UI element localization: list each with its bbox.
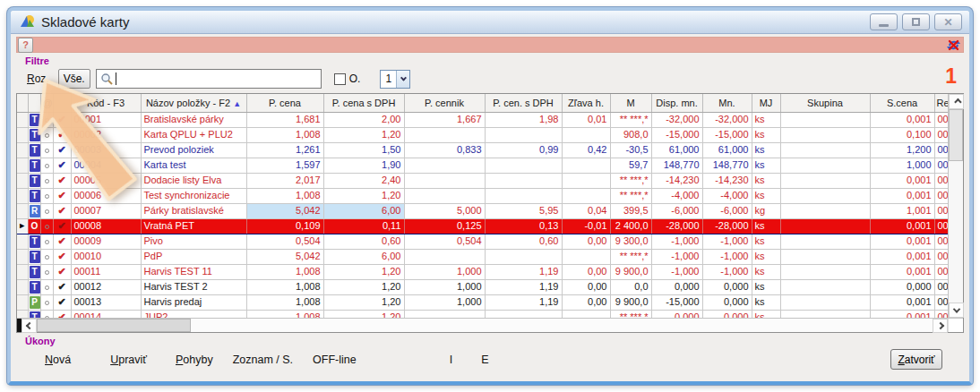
- cell-disp: -28,000: [651, 218, 702, 234]
- cell-zlava: [562, 127, 610, 142]
- cell-check: ✔: [53, 142, 71, 158]
- row-type-badge: T: [30, 311, 40, 319]
- vse-button[interactable]: Vše.: [58, 69, 90, 89]
- cell-p_cen_s_dph: 1,19: [485, 294, 562, 310]
- col-header-p-cena[interactable]: P. cena: [246, 94, 323, 112]
- cell-p_cen_s_dph: [485, 127, 562, 142]
- step-indicator: 1: [945, 64, 957, 89]
- col-header-disp[interactable]: Disp. mn.: [651, 94, 702, 112]
- col-header-m[interactable]: M: [610, 94, 651, 112]
- horizontal-scroll-track[interactable]: [191, 319, 933, 332]
- pohyby-button[interactable]: Pohyby: [174, 354, 215, 366]
- scroll-up-button[interactable]: [949, 94, 964, 109]
- combobox-arrow-icon[interactable]: [396, 71, 409, 88]
- zoznam-button[interactable]: Zoznam / S.: [231, 354, 295, 366]
- maximize-button[interactable]: [902, 13, 930, 30]
- cell-p_cennik: 0,504: [404, 234, 485, 249]
- table-row[interactable]: T✔00003Prevod poloziek1,2611,500,8330,99…: [17, 142, 948, 158]
- col-header-badge[interactable]: [28, 94, 40, 112]
- table-row[interactable]: P✔00013Harvis predaj1,0081,201,0001,190,…: [17, 294, 948, 310]
- table-viewport: @ Kód - F3 Názov položky - F2 ▲ P. cena …: [17, 94, 948, 318]
- nova-button[interactable]: Nová: [43, 354, 73, 366]
- cell-circ: [40, 264, 53, 279]
- cell-code: 00004: [71, 158, 141, 173]
- table-row[interactable]: T✔00002Karta QPLU + PLU21,0081,20908,0-1…: [17, 127, 948, 142]
- o-checkbox[interactable]: [334, 73, 346, 85]
- help-button[interactable]: ?: [18, 38, 33, 53]
- cell-name: PdP: [141, 249, 246, 264]
- table-row[interactable]: T✔00011Harvis TEST 111,0081,201,0001,190…: [17, 264, 948, 279]
- col-header-mj[interactable]: MJ: [752, 94, 780, 112]
- cell-skupina: [780, 264, 870, 279]
- cell-p_cennik: [404, 158, 485, 173]
- cell-mj: ks: [752, 188, 780, 203]
- cell-check: ✔: [53, 249, 71, 264]
- cell-m: 2 400,0: [610, 218, 651, 234]
- search-input[interactable]: [116, 72, 321, 86]
- upravit-button[interactable]: Upraviť: [108, 354, 149, 366]
- cell-p_cena: 1,008: [246, 188, 323, 203]
- cell-name: Karta test: [141, 158, 246, 173]
- scroll-left-button[interactable]: [21, 319, 37, 333]
- cell-circ: [40, 173, 53, 188]
- actions-group-label: Úkony: [25, 336, 964, 346]
- window-titlebar[interactable]: Skladové karty ✕: [11, 11, 969, 34]
- number-combobox[interactable]: 1: [380, 70, 410, 89]
- horizontal-scrollbar[interactable]: [17, 318, 963, 332]
- table-row[interactable]: T✔00005Dodacie listy Elva2,0172,40** ***…: [17, 173, 948, 188]
- cell-mj: ks: [752, 264, 780, 279]
- col-header-code[interactable]: Kód - F3: [71, 94, 141, 112]
- col-header-name[interactable]: Názov položky - F2 ▲: [141, 94, 246, 112]
- col-header-selector[interactable]: [17, 94, 28, 112]
- col-header-p-cen-s-dph[interactable]: P. cen. s DPH: [485, 94, 562, 112]
- option-dot-icon: [45, 255, 49, 260]
- cell-disp: 0,000: [651, 310, 702, 318]
- table-row[interactable]: T✔00012Harvis TEST 21,0081,201,0001,190,…: [17, 279, 948, 294]
- table-row[interactable]: T✔00014JUP21,0081,20** ***,*0,0000,000ks…: [17, 310, 948, 318]
- cell-rez: 000: [934, 112, 948, 127]
- row-type-badge: T: [30, 281, 40, 294]
- cell-mn: 148,770: [702, 158, 752, 173]
- cell-circ: [40, 158, 53, 173]
- table-row[interactable]: R✔00007Párky bratislavské5,0426,005,0005…: [17, 203, 948, 218]
- scroll-down-button[interactable]: [949, 303, 964, 318]
- scroll-right-button[interactable]: [933, 319, 948, 333]
- col-header-p-cena-dph[interactable]: P. cena s DPH: [323, 94, 404, 112]
- table-row[interactable]: T✔00009Pivo0,5040,600,5040,600,009 300,0…: [17, 234, 948, 249]
- cell-p_cen_s_dph: [485, 249, 562, 264]
- export-button[interactable]: E: [479, 354, 490, 366]
- option-dot-icon: [45, 133, 49, 138]
- col-header-zlava[interactable]: Zľava h.: [562, 94, 610, 112]
- col-header-circ[interactable]: @: [40, 94, 53, 112]
- roz-button[interactable]: Roz.: [25, 72, 51, 85]
- cell-mj: ks: [752, 218, 780, 234]
- cell-skupina: [780, 173, 870, 188]
- cell-check: ✔: [53, 203, 71, 218]
- table-row[interactable]: ►O✔00008Vratná PET0,1090,110,1250,13-0,0…: [17, 218, 948, 234]
- offline-button[interactable]: OFF-line: [311, 354, 358, 366]
- close-button[interactable]: ✕: [934, 13, 962, 30]
- import-button[interactable]: I: [448, 354, 454, 366]
- cell-badge: T: [28, 249, 40, 264]
- col-header-s-cena[interactable]: S.cena: [870, 94, 934, 112]
- col-header-check[interactable]: [53, 94, 71, 112]
- table-row[interactable]: T✔00004Karta test1,5971,9059,7148,770148…: [17, 158, 948, 173]
- col-header-mn[interactable]: Mn.: [702, 94, 752, 112]
- search-box[interactable]: [96, 69, 322, 89]
- zatvorit-button[interactable]: Zatvoriť: [890, 349, 942, 370]
- option-dot-icon: [45, 179, 49, 183]
- horizontal-scroll-thumb[interactable]: [37, 319, 191, 332]
- table-row[interactable]: T✔00001Bratislavské párky1,6812,001,6671…: [17, 112, 948, 127]
- table-row[interactable]: T✔00006Test synchronizacie1,0081,20** **…: [17, 188, 948, 203]
- cell-code: 00014: [71, 310, 141, 318]
- cell-s_cena: 0,001: [870, 173, 934, 188]
- vertical-scroll-thumb[interactable]: [949, 109, 963, 161]
- cancel-filter-icon[interactable]: [946, 38, 961, 53]
- col-header-skupina[interactable]: Skupina: [780, 94, 870, 112]
- vertical-scrollbar[interactable]: [948, 94, 963, 318]
- col-header-rez[interactable]: Rez.: [934, 94, 948, 112]
- col-header-p-cennik[interactable]: P. cennik: [404, 94, 485, 112]
- minimize-button[interactable]: [870, 13, 898, 30]
- cell-check: ✔: [53, 264, 71, 279]
- table-row[interactable]: T✔00010PdP5,0426,00** ***,*-1,000-1,000k…: [17, 249, 948, 264]
